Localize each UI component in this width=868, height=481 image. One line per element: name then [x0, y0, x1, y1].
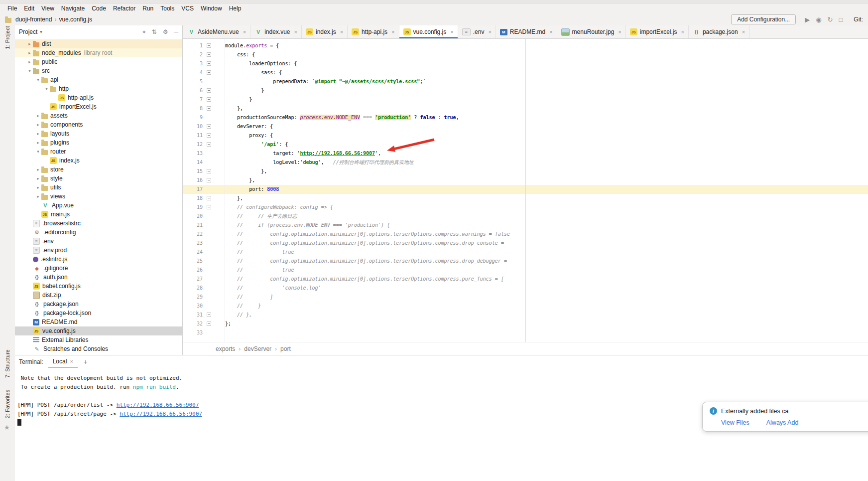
tab-index-vue[interactable]: index.vue× — [250, 25, 302, 38]
menu-code[interactable]: Code — [88, 5, 110, 12]
toolwindow-project-button[interactable]: 1: Project — [4, 26, 11, 49]
chevron-icon[interactable]: ▸ — [35, 140, 41, 145]
tab-vue-config-js[interactable]: vue.config.js× — [399, 25, 458, 38]
tree-item-layouts[interactable]: ▸layouts — [15, 129, 182, 138]
tree-item-dist-zip[interactable]: dist.zip — [15, 291, 182, 300]
fold-marker[interactable] — [206, 104, 213, 113]
tree-item-http-api-js[interactable]: http-api.js — [15, 93, 182, 102]
settings-icon[interactable]: ⚙ — [163, 28, 168, 35]
close-icon[interactable]: × — [391, 29, 394, 35]
tree-item-env-prod[interactable]: .env.prod — [15, 246, 182, 255]
chevron-icon[interactable]: ▸ — [35, 194, 41, 199]
menu-window[interactable]: Window — [197, 5, 226, 12]
tree-item-store[interactable]: ▸store — [15, 165, 182, 174]
chevron-icon[interactable]: ▸ — [35, 131, 41, 136]
tree-item-utils[interactable]: ▸utils — [15, 183, 182, 192]
fold-marker[interactable] — [206, 311, 213, 320]
chevron-icon[interactable]: ▸ — [35, 176, 41, 181]
hide-panel-icon[interactable]: ─ — [174, 28, 178, 35]
tree-item-http[interactable]: ▾http — [15, 84, 182, 93]
tree-item-editorconfig[interactable]: .editorconfig — [15, 228, 182, 237]
tree-item-gitignore[interactable]: .gitignore — [15, 264, 182, 273]
locate-icon[interactable]: ⌖ — [142, 28, 146, 35]
chevron-icon[interactable]: ▾ — [35, 77, 41, 82]
menu-view[interactable]: View — [38, 5, 58, 12]
chevron-icon[interactable]: ▸ — [26, 50, 33, 55]
run-icon[interactable]: ▶ — [805, 16, 810, 23]
chevron-icon[interactable]: ▾ — [35, 149, 41, 154]
chevron-icon[interactable]: ▸ — [35, 113, 41, 118]
tree-item-external-libraries[interactable]: External Libraries — [15, 335, 182, 344]
fold-marker[interactable] — [206, 50, 213, 59]
tab-readme-md[interactable]: README.md× — [496, 25, 557, 38]
tree-item-src[interactable]: ▾src — [15, 66, 182, 75]
close-icon[interactable]: × — [488, 29, 491, 35]
terminal-tab-local[interactable]: Local × — [48, 356, 78, 368]
tree-item-node-modules[interactable]: ▸node_moduleslibrary root — [15, 48, 182, 57]
menu-navigate[interactable]: Navigate — [58, 5, 88, 12]
fold-marker[interactable] — [206, 59, 213, 68]
tab-index-js[interactable]: index.js× — [302, 25, 348, 38]
close-icon[interactable]: × — [294, 29, 297, 35]
fold-marker[interactable] — [206, 86, 213, 95]
menu-refactor[interactable]: Refactor — [110, 5, 139, 12]
close-icon[interactable]: × — [742, 29, 745, 35]
rerun-icon[interactable]: ↻ — [828, 16, 833, 23]
tree-item-components[interactable]: ▸components — [15, 120, 182, 129]
menu-edit[interactable]: Edit — [20, 5, 38, 12]
chevron-icon[interactable]: ▸ — [26, 41, 33, 46]
tree-item-browserslistrc[interactable]: .browserslistrc — [15, 219, 182, 228]
new-terminal-icon[interactable]: + — [84, 358, 88, 366]
tree-item-importexcel-js[interactable]: importExcel.js — [15, 102, 182, 111]
code-area[interactable]: 1module.exports = {2 css: {3 loaderOptio… — [183, 39, 868, 342]
tree-item-readme-md[interactable]: README.md — [15, 318, 182, 326]
fold-marker[interactable] — [206, 320, 213, 328]
breadcrumb-devserver[interactable]: devServer — [244, 345, 271, 352]
menu-vcs[interactable]: VCS — [178, 5, 197, 12]
url-link[interactable]: http://192.168.66.56:9007 — [300, 151, 375, 156]
tree-item-public[interactable]: ▸public — [15, 57, 182, 66]
tree-item-router[interactable]: ▾router — [15, 147, 182, 156]
tree-item-main-js[interactable]: main.js — [15, 210, 182, 219]
favorites-star-icon[interactable]: ★ — [4, 424, 10, 431]
fold-marker[interactable] — [206, 95, 213, 104]
tree-item-style[interactable]: ▸style — [15, 174, 182, 183]
tree-item-auth-json[interactable]: auth.json — [15, 273, 182, 282]
breadcrumb-exports[interactable]: exports — [216, 345, 235, 352]
tree-item-dist[interactable]: ▸dist — [15, 39, 182, 48]
tree-item-index-js[interactable]: index.js — [15, 156, 182, 165]
chevron-icon[interactable]: ▾ — [26, 68, 33, 73]
stop-icon[interactable]: □ — [839, 16, 843, 23]
debug-icon[interactable]: ◉ — [816, 16, 821, 23]
breadcrumb-file[interactable]: vue.config.js — [57, 16, 94, 23]
chevron-down-icon[interactable]: ▾ — [40, 29, 42, 34]
breadcrumb-port[interactable]: port — [280, 345, 291, 352]
breadcrumb-project[interactable]: duoji-frontend — [14, 16, 53, 23]
git-widget[interactable]: Git: — [854, 16, 863, 23]
tree-item-package-json[interactable]: package.json — [15, 300, 182, 309]
tree-item-plugins[interactable]: ▸plugins — [15, 138, 182, 147]
tree-item-scratches-and-consoles[interactable]: Scratches and Consoles — [15, 344, 182, 353]
fold-marker[interactable] — [206, 41, 213, 50]
tree-item-eslintrc-js[interactable]: .eslintrc.js — [15, 255, 182, 264]
close-icon[interactable]: × — [70, 358, 73, 364]
close-icon[interactable]: × — [243, 29, 246, 35]
fold-marker[interactable] — [206, 122, 213, 131]
close-icon[interactable]: × — [450, 29, 453, 35]
add-configuration-button[interactable]: Add Configuration... — [731, 14, 796, 24]
close-icon[interactable]: × — [618, 29, 621, 35]
tab-package-json[interactable]: package.json× — [689, 25, 749, 38]
project-panel-title[interactable]: Project — [19, 28, 37, 35]
menu-tools[interactable]: Tools — [157, 5, 178, 12]
menu-help[interactable]: Help — [226, 5, 245, 12]
fold-marker[interactable] — [206, 194, 213, 203]
tree-item-assets[interactable]: ▸assets — [15, 111, 182, 120]
url-link[interactable]: http://192.168.66.56:9007 — [117, 402, 199, 408]
chevron-icon[interactable]: ▸ — [35, 185, 41, 190]
url-link[interactable]: http://192.168.66.56:9007 — [120, 411, 202, 417]
tree-item-env[interactable]: .env — [15, 237, 182, 246]
chevron-icon[interactable]: ▸ — [26, 59, 33, 64]
toolwindow-favorites-button[interactable]: 2: Favorites — [4, 390, 11, 418]
toolwindow-structure-button[interactable]: 7: Structure — [4, 349, 11, 378]
collapse-all-icon[interactable]: ⇅ — [152, 28, 157, 35]
